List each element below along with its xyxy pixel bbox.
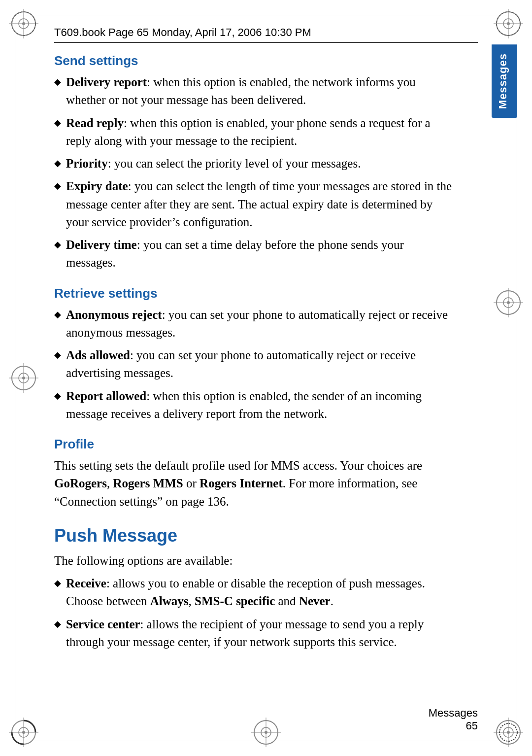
- bullet-icon: ◆: [54, 157, 61, 170]
- bullet-icon: ◆: [54, 308, 61, 321]
- side-tab-messages: Messages: [492, 44, 517, 118]
- corner-mark-bl: [9, 718, 38, 747]
- send-settings-section: Send settings ◆ Delivery report: when th…: [54, 53, 453, 272]
- bullet-content: Report allowed: when this option is enab…: [66, 387, 453, 423]
- side-mark-right: [494, 288, 523, 317]
- footer-label: Messages: [429, 707, 478, 720]
- bullet-content: Anonymous reject: you can set your phone…: [66, 306, 453, 342]
- send-settings-heading: Send settings: [54, 53, 453, 69]
- bullet-content: Receive: allows you to enable or disable…: [66, 575, 453, 611]
- bullet-content: Service center: allows the recipient of …: [66, 616, 453, 652]
- footer-page-number: 65: [429, 720, 478, 732]
- main-content: Send settings ◆ Delivery report: when th…: [54, 39, 483, 707]
- corner-mark-br: [494, 718, 523, 747]
- push-message-intro: The following options are available:: [54, 552, 453, 570]
- profile-heading: Profile: [54, 437, 453, 452]
- bullet-content: Priority: you can select the priority le…: [66, 155, 453, 172]
- bullet-content: Ads allowed: you can set your phone to a…: [66, 346, 453, 382]
- retrieve-settings-heading: Retrieve settings: [54, 286, 453, 301]
- bullet-content: Expiry date: you can select the length o…: [66, 177, 453, 231]
- list-item: ◆ Delivery time: you can set a time dela…: [54, 236, 453, 272]
- bullet-icon: ◆: [54, 348, 61, 361]
- footer: Messages 65: [429, 707, 478, 732]
- bullet-icon: ◆: [54, 389, 61, 402]
- list-item: ◆ Receive: allows you to enable or disab…: [54, 575, 453, 611]
- bottom-mark-center: [251, 718, 281, 747]
- push-message-list: ◆ Receive: allows you to enable or disab…: [54, 575, 453, 651]
- profile-paragraph: This setting sets the default profile us…: [54, 457, 453, 511]
- bullet-content: Read reply: when this option is enabled,…: [66, 114, 453, 150]
- retrieve-settings-list: ◆ Anonymous reject: you can set your pho…: [54, 306, 453, 423]
- list-item: ◆ Anonymous reject: you can set your pho…: [54, 306, 453, 342]
- retrieve-settings-section: Retrieve settings ◆ Anonymous reject: yo…: [54, 286, 453, 423]
- push-message-section: Push Message The following options are a…: [54, 525, 453, 651]
- push-message-heading: Push Message: [54, 525, 453, 546]
- list-item: ◆ Report allowed: when this option is en…: [54, 387, 453, 423]
- list-item: ◆ Service center: allows the recipient o…: [54, 616, 453, 652]
- list-item: ◆ Ads allowed: you can set your phone to…: [54, 346, 453, 382]
- profile-section: Profile This setting sets the default pr…: [54, 437, 453, 511]
- list-item: ◆ Expiry date: you can select the length…: [54, 177, 453, 231]
- list-item: ◆ Read reply: when this option is enable…: [54, 114, 453, 150]
- bullet-content: Delivery report: when this option is ena…: [66, 73, 453, 109]
- bullet-icon: ◆: [54, 116, 61, 129]
- list-item: ◆ Priority: you can select the priority …: [54, 155, 453, 172]
- bullet-icon: ◆: [54, 75, 61, 88]
- side-mark-left: [9, 363, 38, 393]
- bullet-icon: ◆: [54, 179, 61, 192]
- bullet-content: Delivery time: you can set a time delay …: [66, 236, 453, 272]
- bullet-icon: ◆: [54, 577, 61, 589]
- corner-mark-tl: [9, 9, 38, 38]
- bullet-icon: ◆: [54, 238, 61, 251]
- corner-mark-tr: [494, 9, 523, 38]
- header-text: T609.book Page 65 Monday, April 17, 2006…: [54, 26, 311, 38]
- list-item: ◆ Delivery report: when this option is e…: [54, 73, 453, 109]
- send-settings-list: ◆ Delivery report: when this option is e…: [54, 73, 453, 272]
- bullet-icon: ◆: [54, 618, 61, 630]
